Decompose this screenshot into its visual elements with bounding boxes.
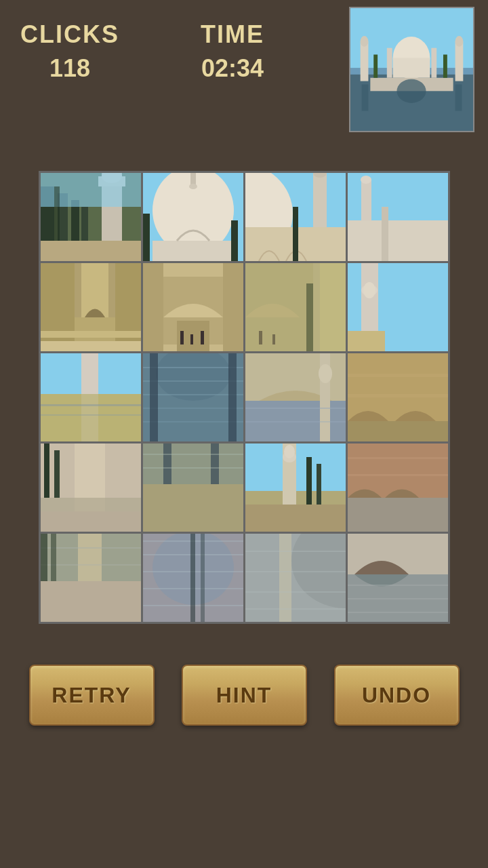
- svg-rect-45: [382, 207, 388, 261]
- svg-rect-12: [373, 54, 378, 77]
- svg-rect-110: [143, 443, 243, 484]
- svg-rect-40: [293, 207, 298, 261]
- svg-rect-102: [348, 394, 448, 397]
- svg-rect-83: [143, 353, 243, 441]
- undo-button[interactable]: UNDO: [334, 665, 460, 726]
- svg-rect-101: [348, 374, 448, 377]
- svg-rect-89: [150, 353, 158, 441]
- tile-r2c3[interactable]: [348, 353, 448, 441]
- svg-rect-151: [245, 571, 346, 572]
- svg-rect-100: [348, 421, 448, 441]
- svg-rect-136: [41, 534, 47, 581]
- svg-rect-50: [115, 263, 141, 351]
- tile-r3c0[interactable]: [41, 443, 141, 532]
- tile-r2c2[interactable]: [245, 353, 346, 441]
- clicks-stat: CLICKS 118: [20, 20, 119, 83]
- svg-point-6: [361, 36, 369, 47]
- svg-rect-57: [143, 263, 163, 351]
- svg-rect-152: [245, 591, 346, 593]
- svg-rect-34: [231, 220, 238, 261]
- svg-rect-137: [51, 534, 56, 581]
- svg-rect-159: [348, 612, 448, 613]
- svg-rect-158: [348, 598, 448, 599]
- svg-rect-59: [180, 331, 184, 344]
- time-stat: TIME 02:34: [201, 20, 264, 83]
- svg-rect-32: [152, 241, 234, 261]
- svg-rect-37: [313, 173, 327, 234]
- svg-rect-64: [320, 263, 346, 351]
- tile-r3c3[interactable]: [348, 443, 448, 532]
- svg-rect-96: [245, 408, 346, 409]
- tile-r4c3[interactable]: [348, 534, 448, 622]
- svg-rect-99: [348, 353, 448, 421]
- svg-rect-108: [41, 511, 141, 532]
- svg-rect-124: [245, 505, 346, 532]
- svg-rect-4: [393, 58, 430, 77]
- svg-rect-157: [348, 585, 448, 586]
- tile-r0c2[interactable]: [245, 173, 346, 261]
- svg-rect-49: [41, 263, 75, 351]
- svg-rect-114: [143, 454, 243, 455]
- svg-point-72: [363, 282, 375, 298]
- svg-rect-13: [443, 54, 447, 77]
- tile-r1c0[interactable]: [41, 263, 141, 351]
- svg-rect-74: [348, 331, 385, 351]
- tile-r0c3[interactable]: [348, 173, 448, 261]
- svg-rect-51: [41, 331, 141, 338]
- tile-r4c0[interactable]: [41, 534, 141, 622]
- svg-rect-153: [245, 608, 346, 610]
- tile-r2c1[interactable]: [143, 353, 243, 441]
- svg-rect-16: [455, 85, 462, 111]
- tile-r4c1[interactable]: [143, 534, 243, 622]
- tile-r3c1[interactable]: [143, 443, 243, 532]
- svg-rect-146: [201, 534, 205, 622]
- svg-rect-78: [41, 394, 141, 441]
- svg-rect-26: [41, 241, 141, 261]
- retry-button[interactable]: RETRY: [29, 665, 155, 726]
- svg-rect-61: [201, 331, 204, 344]
- tile-r3c2[interactable]: [245, 443, 346, 532]
- svg-point-121: [284, 445, 295, 458]
- svg-rect-150: [245, 551, 346, 552]
- svg-rect-84: [143, 367, 243, 368]
- svg-rect-80: [41, 414, 141, 416]
- svg-rect-58: [223, 263, 243, 351]
- puzzle-container: [0, 171, 488, 624]
- svg-rect-86: [143, 394, 243, 395]
- clicks-value: 118: [49, 54, 90, 83]
- tile-r1c2[interactable]: [245, 263, 346, 351]
- svg-rect-112: [163, 443, 171, 484]
- svg-rect-113: [211, 443, 219, 484]
- svg-rect-97: [245, 421, 346, 422]
- svg-point-31: [189, 184, 197, 189]
- svg-rect-85: [143, 380, 243, 382]
- svg-rect-10: [431, 48, 436, 78]
- svg-rect-107: [54, 450, 60, 498]
- svg-rect-88: [143, 421, 243, 422]
- svg-rect-52: [41, 341, 141, 351]
- svg-rect-7: [455, 41, 464, 81]
- tile-r4c2[interactable]: [245, 534, 346, 622]
- target-thumbnail: [349, 7, 474, 132]
- svg-rect-68: [245, 263, 313, 351]
- tile-r0c1[interactable]: [143, 173, 243, 261]
- svg-rect-90: [228, 353, 237, 441]
- svg-rect-27: [54, 186, 60, 241]
- svg-rect-106: [44, 443, 49, 498]
- svg-point-14: [396, 79, 426, 103]
- svg-rect-129: [348, 474, 448, 476]
- clicks-label: CLICKS: [20, 20, 119, 49]
- svg-rect-5: [361, 41, 369, 81]
- time-label: TIME: [201, 20, 264, 49]
- puzzle-grid: [39, 171, 450, 624]
- tile-r1c3[interactable]: [348, 263, 448, 351]
- svg-rect-33: [143, 214, 150, 261]
- hint-button[interactable]: HINT: [182, 665, 307, 726]
- tile-r2c0[interactable]: [41, 353, 141, 441]
- tile-r1c1[interactable]: [143, 263, 243, 351]
- tile-r0c0[interactable]: [41, 173, 141, 261]
- time-value: 02:34: [201, 54, 264, 83]
- svg-point-8: [455, 36, 464, 47]
- svg-rect-128: [348, 457, 448, 459]
- svg-point-95: [319, 364, 332, 383]
